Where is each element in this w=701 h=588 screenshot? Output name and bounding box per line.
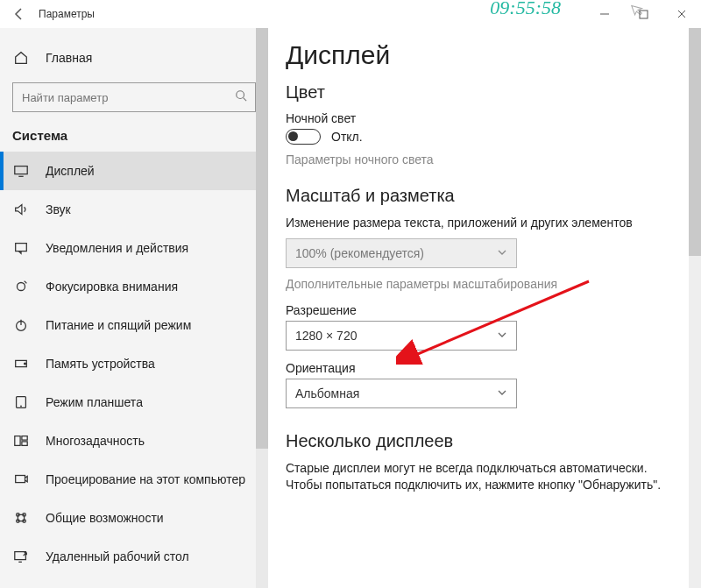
toggle-knob xyxy=(288,131,298,141)
sidebar-item-label: Звук xyxy=(46,202,71,216)
night-light-settings-link[interactable]: Параметры ночного света xyxy=(286,152,683,166)
svg-rect-12 xyxy=(16,476,25,483)
advanced-scale-link[interactable]: Дополнительные параметры масштабирования xyxy=(286,277,683,291)
orientation-label: Ориентация xyxy=(286,361,683,375)
sidebar-item-label: Дисплей xyxy=(46,164,95,178)
section-multi: Несколько дисплеев xyxy=(286,431,683,451)
section-scale: Масштаб и разметка xyxy=(286,186,683,206)
sidebar-item-label: Режим планшета xyxy=(46,395,143,409)
content-scroll-thumb[interactable] xyxy=(689,28,701,256)
sound-icon xyxy=(12,201,30,218)
search-icon xyxy=(235,89,247,105)
night-light-toggle-row: Откл. xyxy=(286,129,683,145)
section-color: Цвет xyxy=(286,82,683,103)
notifications-icon xyxy=(12,239,30,257)
sidebar-item-project[interactable]: Проецирование на этот компьютер xyxy=(0,460,268,499)
app-title: Параметры xyxy=(39,8,95,20)
sidebar-item-shared[interactable]: Общие возможности xyxy=(0,499,268,537)
sidebar-home[interactable]: Главная xyxy=(0,39,268,77)
back-button[interactable] xyxy=(0,0,39,28)
home-icon xyxy=(12,49,30,67)
svg-rect-0 xyxy=(640,11,648,18)
resolution-label: Разрешение xyxy=(286,303,683,317)
toggle-state-label: Откл. xyxy=(331,129,363,145)
tablet-icon xyxy=(12,393,30,411)
sidebar-item-power[interactable]: Питание и спящий режим xyxy=(0,306,268,344)
search-input[interactable] xyxy=(12,82,256,112)
svg-point-4 xyxy=(18,283,25,291)
svg-rect-9 xyxy=(15,436,20,446)
scale-label: Изменение размера текста, приложений и д… xyxy=(286,215,683,231)
sidebar-item-focus[interactable]: Фокусировка внимания xyxy=(0,267,268,306)
sidebar-item-label: Удаленный рабочий стол xyxy=(46,549,189,563)
close-button[interactable] xyxy=(662,0,701,28)
display-icon xyxy=(12,162,30,180)
remote-icon xyxy=(12,548,30,565)
orientation-dropdown[interactable]: Альбомная xyxy=(286,379,517,408)
sidebar-item-storage[interactable]: Память устройства xyxy=(0,344,268,383)
chevron-down-icon xyxy=(497,246,507,260)
clock-overlay: 09:55:58 xyxy=(490,0,561,19)
sidebar-section-title: Система xyxy=(0,128,268,152)
multitask-icon xyxy=(12,432,30,450)
sidebar: Главная Система Дисплей Звук Уведомления… xyxy=(0,28,268,588)
sidebar-item-display[interactable]: Дисплей xyxy=(0,152,268,190)
window-controls xyxy=(585,0,701,28)
maximize-button[interactable] xyxy=(624,0,662,28)
sidebar-item-notifications[interactable]: Уведомления и действия xyxy=(0,229,268,267)
content: Дисплей Цвет Ночной свет Откл. Параметры… xyxy=(268,28,701,588)
search-wrap xyxy=(0,82,268,112)
titlebar: Параметры 09:55:58 xyxy=(0,0,701,28)
sidebar-item-label: Фокусировка внимания xyxy=(46,280,178,294)
svg-rect-2 xyxy=(15,166,27,174)
orientation-dropdown-value: Альбомная xyxy=(295,386,359,400)
night-light-toggle[interactable] xyxy=(286,129,321,145)
sidebar-scroll-thumb[interactable] xyxy=(256,28,268,449)
storage-icon xyxy=(12,355,30,372)
chevron-down-icon xyxy=(497,386,507,400)
sidebar-home-label: Главная xyxy=(46,51,92,65)
shared-icon xyxy=(12,509,30,527)
project-icon xyxy=(12,471,30,488)
svg-point-1 xyxy=(237,91,244,99)
page-title: Дисплей xyxy=(286,40,683,70)
svg-rect-11 xyxy=(22,442,27,446)
svg-rect-3 xyxy=(16,244,27,251)
sidebar-item-label: Проецирование на этот компьютер xyxy=(46,472,245,486)
night-light-label: Ночной свет xyxy=(286,111,683,125)
sidebar-item-label: Уведомления и действия xyxy=(46,241,188,255)
sidebar-scrollbar[interactable] xyxy=(256,28,268,588)
sidebar-item-remote[interactable]: Удаленный рабочий стол xyxy=(0,537,268,576)
content-scrollbar[interactable] xyxy=(689,28,701,588)
sidebar-item-multitask[interactable]: Многозадачность xyxy=(0,422,268,460)
scale-dropdown[interactable]: 100% (рекомендуется) xyxy=(286,238,517,268)
sidebar-item-tablet[interactable]: Режим планшета xyxy=(0,383,268,422)
sidebar-item-label: Питание и спящий режим xyxy=(46,318,191,332)
focus-icon xyxy=(12,278,30,295)
sidebar-item-label: Многозадачность xyxy=(46,434,145,448)
resolution-dropdown-value: 1280 × 720 xyxy=(295,329,357,343)
sidebar-item-label: Общие возможности xyxy=(46,511,164,525)
scale-dropdown-value: 100% (рекомендуется) xyxy=(295,246,424,260)
resolution-dropdown[interactable]: 1280 × 720 xyxy=(286,321,517,351)
sidebar-item-label: Память устройства xyxy=(46,357,155,371)
sidebar-item-sound[interactable]: Звук xyxy=(0,190,268,229)
multi-text: Старые дисплеи могут не всегда подключат… xyxy=(286,460,662,493)
minimize-button[interactable] xyxy=(585,0,624,28)
power-icon xyxy=(12,316,30,334)
chevron-down-icon xyxy=(497,329,507,343)
svg-rect-10 xyxy=(22,436,27,441)
svg-point-7 xyxy=(25,363,26,365)
